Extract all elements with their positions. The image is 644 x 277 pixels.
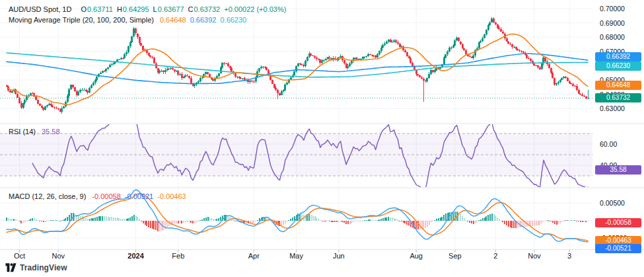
candle-body <box>458 38 460 41</box>
candle-body <box>234 73 236 77</box>
candle-body <box>462 44 464 48</box>
candle-body <box>555 83 557 84</box>
candle-body <box>528 58 530 59</box>
macd-hist-bar <box>39 221 40 221</box>
macd-hist-bar <box>501 221 502 221</box>
macd-hist-bar <box>493 214 495 220</box>
candle-body <box>11 91 13 93</box>
tradingview-logo-icon <box>5 263 17 272</box>
candle-body <box>177 71 179 75</box>
candle-body <box>327 57 329 59</box>
candle-body <box>262 67 264 67</box>
macd-hist-bar <box>331 221 332 222</box>
candle-body <box>221 63 223 67</box>
candle-body <box>124 54 125 58</box>
macd-hist-bar <box>124 219 125 220</box>
macd-hist-bar <box>532 221 533 226</box>
candle-body <box>168 69 170 69</box>
tradingview-logo[interactable]: TradingView <box>5 263 67 272</box>
macd-hist-bar <box>476 221 478 222</box>
candle-body <box>186 75 188 76</box>
candle-body <box>9 91 11 93</box>
candle-body <box>537 65 539 67</box>
macd-hist-bar <box>92 218 94 221</box>
candle-body <box>238 77 240 78</box>
ma-triple-legend-row[interactable]: Moving Average Triple (20, 100, 200, Sim… <box>9 15 246 24</box>
candle-body <box>434 70 436 71</box>
macd-hist-bar <box>126 219 127 220</box>
candle-body <box>194 85 196 87</box>
macd-hist-bar <box>464 218 465 221</box>
macd-hist-bar <box>111 217 112 220</box>
macd-hist-bar <box>377 220 378 221</box>
rsi-legend-row[interactable]: RSI (14)35.58 <box>9 127 60 136</box>
macd-hist-bar <box>565 220 566 221</box>
macd-hist-bar <box>345 221 347 225</box>
candle-body <box>478 42 480 48</box>
macd-hist-badge: -0.00058 <box>595 218 641 227</box>
candle-body <box>133 28 135 36</box>
candle-body <box>39 104 41 106</box>
macd-hist-bar <box>141 221 142 221</box>
macd-hist-bar <box>157 221 159 231</box>
macd-hist-bar <box>283 221 284 225</box>
candle-body <box>579 94 581 95</box>
macd-hist-bar <box>475 221 476 223</box>
candle-body <box>79 90 81 92</box>
macd-hist-bar <box>113 218 114 221</box>
macd-hist-bar <box>355 221 356 222</box>
change-value: +0.00022 (+0.03%) <box>224 5 286 13</box>
candle-body <box>485 30 487 35</box>
candle-body <box>100 73 102 74</box>
macd-hist-bar <box>417 221 419 230</box>
macd-hist-bar <box>368 219 369 220</box>
macd-hist-bar <box>536 221 537 226</box>
price-scale-axis[interactable] <box>594 0 644 249</box>
candle-body <box>81 90 83 91</box>
macd-hist-bar <box>46 221 48 221</box>
macd-hist-bar <box>473 221 474 224</box>
candle-body <box>157 68 159 73</box>
candle-body <box>104 71 106 71</box>
candle-body <box>428 74 430 78</box>
macd-hist-bar <box>181 221 182 223</box>
macd-legend-row[interactable]: MACD (12, 26, close, 9)-0.00058-0.00521-… <box>9 192 186 201</box>
ma200-badge: 0.66230 <box>595 61 641 71</box>
macd-hist-bar <box>397 219 398 220</box>
macd-hist-bar <box>369 219 371 220</box>
candle-body <box>301 64 303 65</box>
rsi-value: 35.58 <box>42 128 60 136</box>
macd-hist-bar <box>34 218 35 220</box>
macd-hist-bar <box>185 221 186 223</box>
candle-body <box>197 81 199 83</box>
macd-hist-bar <box>403 221 404 223</box>
candle-body <box>421 77 423 79</box>
candle-body <box>393 40 395 42</box>
candle-body <box>550 68 552 73</box>
time-scale-axis[interactable] <box>0 250 594 263</box>
candle-body <box>509 44 511 45</box>
macd-hist-bar <box>176 221 177 223</box>
candle-wick <box>56 106 57 110</box>
macd-hist-bar <box>482 218 483 220</box>
chart-canvas[interactable] <box>0 0 644 277</box>
macd-hist-bar <box>122 219 124 220</box>
macd-hist-bar <box>513 221 515 228</box>
macd-hist-bar <box>13 219 15 221</box>
candle-body <box>340 56 341 58</box>
macd-hist-bar <box>259 218 260 220</box>
macd-hist-bar <box>427 221 428 227</box>
candle-body <box>314 56 316 58</box>
candle-body <box>109 65 111 67</box>
macd-hist-bar <box>129 218 131 221</box>
macd-hist-bar <box>384 218 386 220</box>
macd-line-value: -0.00521 <box>125 192 153 200</box>
candle-body <box>530 59 532 61</box>
ma100-badge: 0.66392 <box>595 52 641 61</box>
symbol-legend-row[interactable]: AUD/USD Spot, 1DO0.63711H0.64295L0.63677… <box>9 5 286 14</box>
macd-hist-bar <box>366 220 367 221</box>
macd-hist-bar <box>54 220 55 221</box>
macd-hist-bar <box>41 221 42 222</box>
macd-hist-bar <box>127 218 129 220</box>
macd-hist-bar <box>364 220 365 221</box>
